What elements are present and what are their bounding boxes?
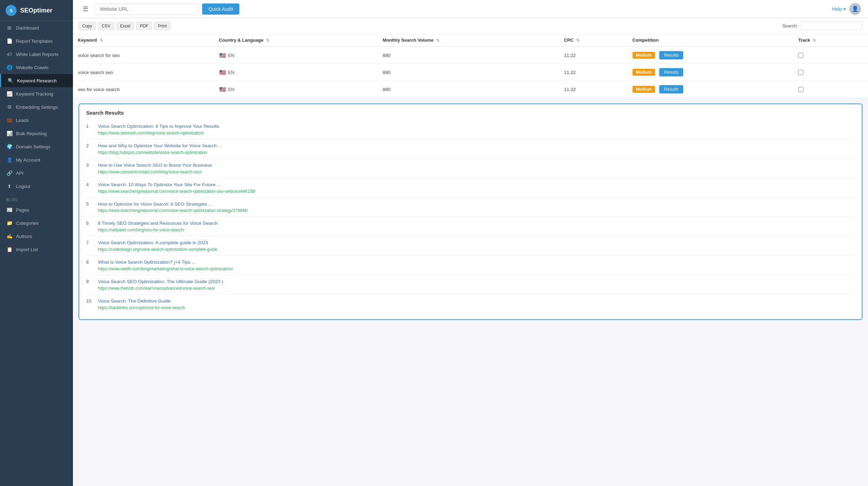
- cell-cpc-1: 11.22: [559, 64, 628, 81]
- result-title-2[interactable]: How to Use Voice Search SEO to Boost You…: [98, 162, 855, 169]
- result-url-0[interactable]: https://www.semrush.com/blog/voice-searc…: [98, 131, 855, 135]
- nav-icon-my-account: 👤: [6, 157, 13, 163]
- sidebar-item-my-account[interactable]: 👤My Account: [0, 153, 73, 166]
- result-url-1[interactable]: https://blog.hubspot.com/website/voice-s…: [98, 150, 855, 155]
- chevron-down-icon: ▾: [843, 6, 846, 12]
- hamburger-icon[interactable]: ☰: [80, 4, 91, 14]
- sort-icon-volume: ⇅: [436, 38, 439, 42]
- sidebar-item-embedding-settings[interactable]: ⚙Embedding Settings: [0, 100, 73, 114]
- nav-icon-categories: 📁: [6, 220, 13, 226]
- nav-label-white-label-reports: White Label Reports: [16, 52, 58, 57]
- sidebar-item-keyword-tracking[interactable]: 📈Keyword Tracking: [0, 87, 73, 100]
- sidebar-blog-item-categories[interactable]: 📁Categories: [0, 216, 73, 230]
- nav-label-bulk-reporting: Bulk Reporting: [16, 131, 47, 136]
- action-btn-pdf[interactable]: PDF: [136, 22, 152, 30]
- result-title-0[interactable]: Voice Search Optimization: 6 Tips to Imp…: [98, 123, 855, 130]
- lang-code-1: EN: [228, 70, 234, 75]
- user-avatar[interactable]: 👤: [849, 3, 861, 15]
- result-title-4[interactable]: How to Optimize for Voice Search: 6 SEO …: [98, 201, 855, 208]
- sidebar-item-logout[interactable]: ⬆Logout: [0, 180, 73, 193]
- search-results-list: 1 Voice Search Optimization: 6 Tips to I…: [86, 120, 855, 314]
- nav-label-embedding-settings: Embedding Settings: [16, 105, 58, 110]
- sidebar-item-report-templates[interactable]: 📄Report Templates: [0, 34, 73, 48]
- nav-label-leads: Leads: [16, 118, 29, 123]
- result-url-9[interactable]: https://backlinko.com/optimize-for-voice…: [98, 305, 855, 310]
- nav-icon-white-label-reports: 🏷: [6, 51, 13, 57]
- help-button[interactable]: Help ▾: [832, 6, 846, 12]
- cell-competition-2: Medium Results: [628, 81, 794, 98]
- col-cpc[interactable]: CPC ⇅: [559, 34, 628, 47]
- track-checkbox-0[interactable]: [798, 53, 803, 58]
- col-monthly-search-volume[interactable]: Monthly Search Volume ⇅: [378, 34, 559, 47]
- table-row: seo for voice search 🇺🇸 EN 880 11.22 Med…: [73, 81, 868, 98]
- sidebar-item-domain-settings[interactable]: 🌍Domain Settings: [0, 140, 73, 153]
- sidebar-item-keyword-research[interactable]: 🔍Keyword Research: [0, 74, 73, 87]
- flag-icon-2: 🇺🇸: [219, 86, 226, 93]
- result-title-3[interactable]: Voice Search: 10 Ways To Optimize Your S…: [98, 182, 855, 188]
- cell-cpc-0: 11.22: [559, 47, 628, 64]
- sidebar-item-dashboard[interactable]: ⊞Dashboard: [0, 21, 73, 34]
- result-title-7[interactable]: What is Voice Search Optimization? [+4 T…: [98, 259, 855, 266]
- result-url-5[interactable]: https://neilpatel.com/blog/seo-for-voice…: [98, 228, 855, 232]
- result-url-2[interactable]: https://www.constantcontact.com/blog/voi…: [98, 170, 855, 174]
- sidebar-blog-item-import-list[interactable]: 📋Import List: [0, 243, 73, 256]
- col-competition[interactable]: Competition: [628, 34, 794, 47]
- result-content-8: Voice Search SEO Optimization: The Ultim…: [98, 279, 855, 291]
- result-url-4[interactable]: https://www.searchenginejournal.com/voic…: [98, 208, 855, 213]
- action-btn-csv[interactable]: CSV: [98, 22, 114, 30]
- results-button-2[interactable]: Results: [659, 85, 684, 93]
- cell-competition-1: Medium Results: [628, 64, 794, 81]
- sidebar-item-white-label-reports[interactable]: 🏷White Label Reports: [0, 48, 73, 61]
- sidebar-item-website-crawls[interactable]: 🌐Website Crawls: [0, 61, 73, 74]
- track-checkbox-2[interactable]: [798, 87, 803, 92]
- result-url-6[interactable]: https://codedesign.org/voice-search-opti…: [98, 247, 855, 252]
- nav-label-keyword-research: Keyword Research: [17, 78, 57, 83]
- nav-label-authors: Authors: [16, 234, 32, 239]
- search-result-item: 10 Voice Search: The Definitive Guide ht…: [86, 295, 855, 314]
- result-title-9[interactable]: Voice Search: The Definitive Guide: [98, 298, 855, 305]
- track-checkbox-1[interactable]: [798, 70, 803, 75]
- logo-text: SEOptimer: [20, 7, 52, 14]
- result-title-8[interactable]: Voice Search SEO Optimization: The Ultim…: [98, 279, 855, 285]
- result-url-3[interactable]: https://www.searchenginejournal.com/voic…: [98, 189, 855, 194]
- nav-label-domain-settings: Domain Settings: [16, 144, 50, 149]
- col-track[interactable]: Track ⇅: [793, 34, 868, 47]
- search-input[interactable]: [800, 22, 862, 30]
- table-row: voice search seo 🇺🇸 EN 880 11.22 Medium …: [73, 64, 868, 81]
- result-url-7[interactable]: https://www.webfx.com/blog/marketing/wha…: [98, 266, 855, 271]
- nav-label-categories: Categories: [16, 221, 39, 226]
- sidebar-blog-item-pages[interactable]: 📰Pages: [0, 203, 73, 216]
- col-keyword[interactable]: Keyword ⇅: [73, 34, 214, 47]
- results-button-0[interactable]: Results: [659, 51, 684, 59]
- url-input[interactable]: [94, 3, 199, 15]
- result-num-5: 6: [86, 220, 93, 226]
- header: ☰ Quick Audit Help ▾ 👤: [73, 0, 868, 18]
- action-btn-excel[interactable]: Excel: [116, 22, 134, 30]
- action-btn-copy[interactable]: Copy: [78, 22, 96, 30]
- sort-icon-keyword: ⇅: [100, 38, 103, 42]
- results-button-1[interactable]: Results: [659, 68, 684, 76]
- search-result-item: 3 How to Use Voice Search SEO to Boost Y…: [86, 159, 855, 178]
- sidebar: S SEOptimer ⊞Dashboard📄Report Templates🏷…: [0, 0, 73, 486]
- cell-track-2: [793, 81, 868, 98]
- result-url-8[interactable]: https://www.thehoth.com/learn/seo/advanc…: [98, 286, 855, 291]
- action-btn-print[interactable]: Print: [154, 22, 171, 30]
- cell-volume-1: 880: [378, 64, 559, 81]
- sidebar-blog-item-authors[interactable]: ✍Authors: [0, 230, 73, 243]
- result-title-5[interactable]: 6 Timely SEO Strategies and Resources fo…: [98, 220, 855, 227]
- sidebar-item-api[interactable]: 🔗API: [0, 166, 73, 180]
- result-title-1[interactable]: How and Why to Optimize Your Website for…: [98, 143, 855, 149]
- sidebar-item-leads[interactable]: 💼Leads: [0, 114, 73, 127]
- result-content-1: How and Why to Optimize Your Website for…: [98, 143, 855, 155]
- cell-keyword-1: voice search seo: [73, 64, 214, 81]
- sidebar-item-bulk-reporting[interactable]: 📊Bulk Reporting: [0, 127, 73, 140]
- cell-country-1: 🇺🇸 EN: [214, 64, 378, 81]
- result-title-6[interactable]: Voice Search Optimization: A complete gu…: [98, 240, 855, 246]
- col-country-language[interactable]: Country & Language ⇅: [214, 34, 378, 47]
- quick-audit-button[interactable]: Quick Audit: [202, 3, 239, 15]
- table-body: voice search for seo 🇺🇸 EN 880 11.22 Med…: [73, 47, 868, 98]
- cell-competition-0: Medium Results: [628, 47, 794, 64]
- table-actions: CopyCSVExcelPDFPrint Search:: [73, 18, 868, 34]
- search-results-title: Search Results: [86, 110, 855, 116]
- cell-cpc-2: 11.22: [559, 81, 628, 98]
